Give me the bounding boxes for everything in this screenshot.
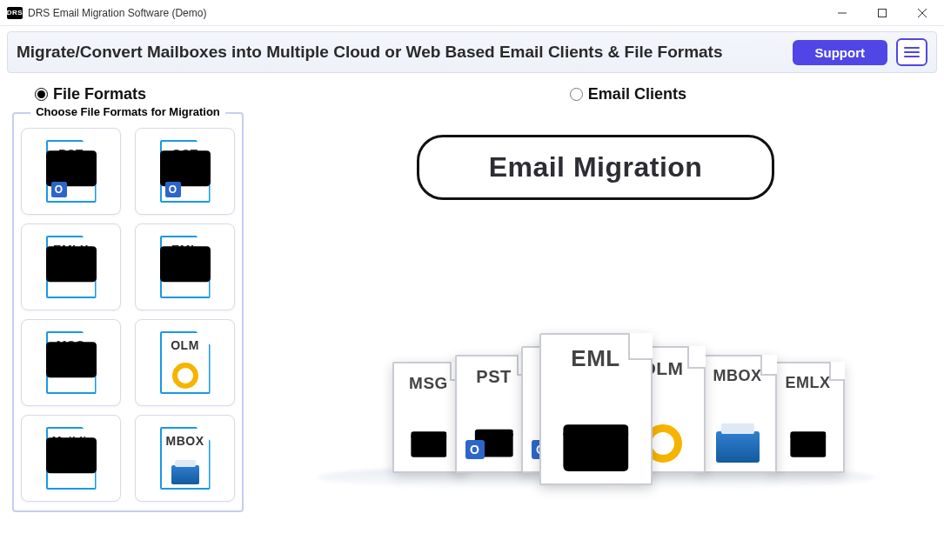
radio-file-formats-input[interactable]: [35, 88, 48, 101]
msg-file-icon: MSG: [46, 331, 97, 394]
window-title: DRS Email Migration Software (Demo): [28, 7, 206, 19]
email-migration-title: Email Migration: [417, 135, 775, 200]
radio-file-formats-label: File Formats: [53, 85, 146, 103]
format-tile-eml[interactable]: EML: [135, 223, 235, 310]
mbox-file-icon: MBOX: [160, 427, 211, 490]
format-tile-mbox[interactable]: MBOX: [135, 415, 235, 502]
envelope-icon: [46, 328, 97, 390]
support-button[interactable]: Support: [793, 40, 888, 65]
format-tile-maildir[interactable]: Maildir: [21, 415, 121, 502]
envelope-icon: [411, 423, 447, 463]
fan-card-mbox: MBOX: [699, 355, 777, 473]
header-strip: Migrate/Convert Mailboxes into Multiple …: [7, 31, 937, 73]
emlx-file-icon: EMLX: [46, 236, 97, 298]
maildir-file-icon: Maildir: [46, 427, 97, 490]
mbox-drawer-icon: [171, 465, 199, 484]
svg-rect-1: [879, 9, 887, 17]
radio-file-formats[interactable]: File Formats: [35, 85, 146, 103]
envelope-icon: [563, 416, 629, 475]
eml-file-icon: EML: [160, 236, 211, 298]
right-panel: Email Migration MSG PST O OST O: [259, 112, 932, 512]
format-tile-pst[interactable]: PST O: [21, 128, 121, 215]
hamburger-icon: [904, 46, 920, 58]
maximize-button[interactable]: [862, 0, 902, 26]
radio-email-clients-input[interactable]: [570, 88, 583, 101]
minimize-button[interactable]: [822, 0, 862, 26]
hamburger-menu-button[interactable]: [896, 38, 927, 66]
file-formats-legend: Choose File Formats for Migration: [30, 105, 225, 118]
radio-email-clients[interactable]: Email Clients: [570, 85, 686, 103]
fan-card-emlx: EMLX: [772, 362, 845, 473]
envelope-icon: [790, 423, 827, 463]
mbox-drawer-icon: [716, 431, 760, 463]
titlebar: DRS DRS Email Migration Software (Demo): [0, 0, 944, 26]
outlook-badge-icon: O: [51, 182, 67, 197]
envelope-icon: [46, 423, 97, 486]
format-tile-olm[interactable]: OLM: [135, 319, 235, 406]
format-tile-ost[interactable]: OST O: [135, 128, 235, 215]
pst-file-icon: PST O: [46, 140, 97, 203]
olm-ring-icon: [172, 363, 198, 389]
format-tile-emlx[interactable]: EMLX: [21, 223, 121, 310]
page-heading: Migrate/Convert Mailboxes into Multiple …: [17, 43, 793, 62]
format-tile-msg[interactable]: MSG: [21, 319, 121, 406]
format-fan-graphic: MSG PST O OST O EML OLM: [318, 263, 874, 489]
outlook-badge-icon: O: [465, 440, 485, 459]
file-formats-panel: Choose File Formats for Migration PST O …: [12, 112, 244, 512]
fan-card-msg: MSG: [392, 362, 465, 473]
olm-file-icon: OLM: [160, 331, 211, 394]
ost-file-icon: OST O: [160, 140, 211, 203]
outlook-badge-icon: O: [165, 182, 181, 197]
app-logo-icon: DRS: [7, 7, 23, 19]
envelope-icon: [160, 232, 211, 295]
radio-email-clients-label: Email Clients: [588, 85, 686, 103]
fan-card-eml: EML: [539, 333, 653, 485]
close-button[interactable]: [902, 0, 942, 26]
envelope-icon: [46, 232, 97, 295]
